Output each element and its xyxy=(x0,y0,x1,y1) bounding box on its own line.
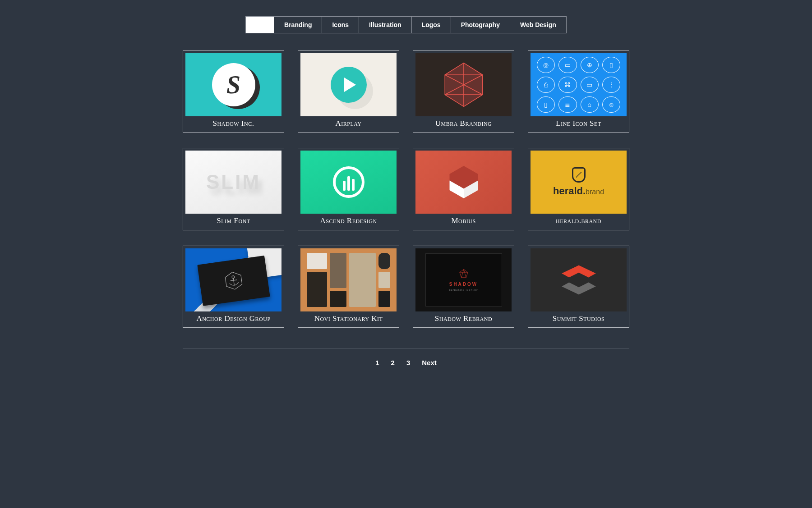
portfolio-card[interactable]: Umbra Branding xyxy=(413,50,514,133)
portfolio-card[interactable]: SHADOW corporate identity Shadow Rebrand xyxy=(413,246,514,328)
portfolio-card[interactable]: Mobius xyxy=(413,148,514,230)
portfolio-card[interactable]: Ascend Redesign xyxy=(298,148,399,230)
stationery-icon xyxy=(300,248,397,311)
filter-tabs: All Branding Icons Illustration Logos Ph… xyxy=(183,16,629,33)
card-title: Anchor Design Group xyxy=(185,311,281,325)
summit-s-icon xyxy=(531,248,627,311)
portfolio-grid: S Shadow Inc. Airplay Umbra Branding ◎▭ xyxy=(183,50,629,328)
filter-icons[interactable]: Icons xyxy=(322,16,359,33)
portfolio-card[interactable]: SLIM Slim Font xyxy=(183,148,284,230)
letter-s-icon: S xyxy=(185,53,281,116)
slim-text-icon: SLIM xyxy=(185,151,281,214)
anchor-icon xyxy=(185,248,281,311)
card-title: Summit Studios xyxy=(531,311,627,325)
filter-branding[interactable]: Branding xyxy=(274,16,322,33)
page-3[interactable]: 3 xyxy=(406,359,410,366)
card-title: Slim Font xyxy=(185,214,281,227)
bars-in-circle-icon xyxy=(300,151,397,214)
card-title: Shadow Rebrand xyxy=(415,311,512,325)
page-next[interactable]: Next xyxy=(422,359,437,366)
card-title: Line Icon Set xyxy=(531,116,627,130)
filter-illustration[interactable]: Illustration xyxy=(359,16,412,33)
card-title: Novi Stationary Kit xyxy=(300,311,397,325)
icon-grid-icon: ◎▭⊕▯ ⎙⌘▭⋮ ▯≣⌂⎋ xyxy=(531,53,627,116)
page-1[interactable]: 1 xyxy=(375,359,379,366)
svg-marker-18 xyxy=(562,282,596,294)
play-icon xyxy=(300,53,397,116)
filter-web-design[interactable]: Web Design xyxy=(510,16,567,33)
svg-marker-17 xyxy=(562,265,596,277)
pagination: 1 2 3 Next xyxy=(183,348,629,366)
portfolio-card[interactable]: Anchor Design Group xyxy=(183,246,284,328)
card-title: herald.brand xyxy=(531,214,627,227)
shield-icon: herald.brand xyxy=(531,151,627,214)
portfolio-card[interactable]: ◎▭⊕▯ ⎙⌘▭⋮ ▯≣⌂⎋ Line Icon Set xyxy=(528,50,629,133)
portfolio-card[interactable]: S Shadow Inc. xyxy=(183,50,284,133)
portfolio-card[interactable]: Summit Studios xyxy=(528,246,629,328)
card-title: Ascend Redesign xyxy=(300,214,397,227)
svg-line-11 xyxy=(233,278,234,285)
portfolio-page: All Branding Icons Illustration Logos Ph… xyxy=(183,0,629,366)
filter-all[interactable]: All xyxy=(245,16,274,33)
filter-photography[interactable]: Photography xyxy=(451,16,510,33)
diamond-icon: SHADOW corporate identity xyxy=(415,248,512,311)
svg-marker-13 xyxy=(459,270,467,278)
filter-logos[interactable]: Logos xyxy=(412,16,451,33)
portfolio-card[interactable]: Airplay xyxy=(298,50,399,133)
card-title: Mobius xyxy=(415,214,512,227)
card-title: Airplay xyxy=(300,116,397,130)
portfolio-card[interactable]: herald.brand herald.brand xyxy=(528,148,629,230)
portfolio-card[interactable]: Novi Stationary Kit xyxy=(298,246,399,328)
hex-fold-icon xyxy=(415,151,512,214)
svg-point-10 xyxy=(231,275,234,278)
polyhedron-icon xyxy=(415,53,512,116)
page-2[interactable]: 2 xyxy=(391,359,395,366)
card-title: Shadow Inc. xyxy=(185,116,281,130)
card-title: Umbra Branding xyxy=(415,116,512,130)
